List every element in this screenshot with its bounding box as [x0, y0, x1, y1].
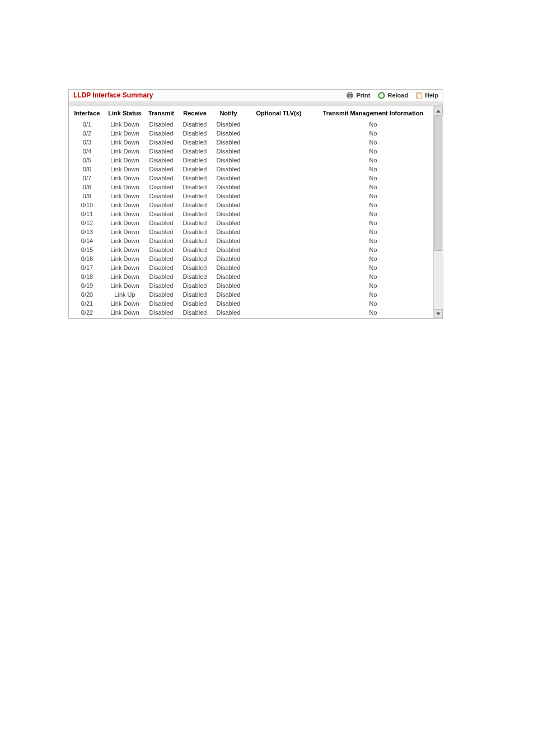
scroll-up-button[interactable] — [434, 106, 443, 115]
cell-link-status: Link Down — [105, 227, 144, 236]
cell-optional-tlv — [245, 308, 312, 317]
cell-interface: 0/19 — [69, 281, 105, 290]
reload-label: Reload — [387, 92, 408, 99]
table-row[interactable]: 0/7Link DownDisabledDisabledDisabledNo — [69, 174, 434, 183]
cell-tx-mgmt: No — [312, 138, 434, 147]
cell-notify: Disabled — [212, 308, 245, 317]
cell-interface: 0/5 — [69, 156, 105, 165]
cell-link-status: Link Down — [105, 156, 144, 165]
cell-transmit: Disabled — [144, 120, 178, 129]
cell-receive: Disabled — [178, 174, 212, 183]
cell-tx-mgmt: No — [312, 147, 434, 156]
table-row[interactable]: 0/20Link UpDisabledDisabledDisabledNo — [69, 290, 434, 299]
table-row[interactable]: 0/8Link DownDisabledDisabledDisabledNo — [69, 183, 434, 192]
cell-transmit: Disabled — [144, 183, 178, 192]
cell-notify: Disabled — [212, 174, 245, 183]
reload-icon — [378, 92, 385, 99]
cell-transmit: Disabled — [144, 263, 178, 272]
cell-interface: 0/10 — [69, 200, 105, 209]
scroll-track[interactable] — [434, 115, 443, 309]
cell-link-status: Link Down — [105, 317, 144, 318]
scroll-down-button[interactable] — [434, 309, 443, 318]
panel-header: LLDP Interface Summary Print Reload Help — [69, 90, 443, 101]
svg-rect-1 — [348, 92, 352, 94]
table-row[interactable]: 0/4Link DownDisabledDisabledDisabledNo — [69, 147, 434, 156]
cell-optional-tlv — [245, 281, 312, 290]
cell-receive: Disabled — [178, 299, 212, 308]
cell-optional-tlv — [245, 174, 312, 183]
table-row[interactable]: 0/1Link DownDisabledDisabledDisabledNo — [69, 120, 434, 129]
cell-interface: 0/23 — [69, 317, 105, 318]
cell-tx-mgmt: No — [312, 290, 434, 299]
cell-receive: Disabled — [178, 120, 212, 129]
cell-optional-tlv — [245, 165, 312, 174]
cell-notify: Disabled — [212, 236, 245, 245]
table-row[interactable]: 0/18Link DownDisabledDisabledDisabledNo — [69, 272, 434, 281]
cell-optional-tlv — [245, 317, 312, 318]
cell-receive: Disabled — [178, 317, 212, 318]
cell-receive: Disabled — [178, 165, 212, 174]
cell-interface: 0/8 — [69, 183, 105, 192]
table-row[interactable]: 0/19Link DownDisabledDisabledDisabledNo — [69, 281, 434, 290]
table-row[interactable]: 0/12Link DownDisabledDisabledDisabledNo — [69, 218, 434, 227]
table-row[interactable]: 0/21Link DownDisabledDisabledDisabledNo — [69, 299, 434, 308]
table-row[interactable]: 0/16Link DownDisabledDisabledDisabledNo — [69, 254, 434, 263]
cell-optional-tlv — [245, 218, 312, 227]
cell-notify: Disabled — [212, 147, 245, 156]
cell-receive: Disabled — [178, 192, 212, 200]
cell-receive: Disabled — [178, 129, 212, 138]
cell-receive: Disabled — [178, 245, 212, 254]
cell-link-status: Link Down — [105, 245, 144, 254]
vertical-scrollbar[interactable] — [433, 106, 443, 318]
table-row[interactable]: 0/6Link DownDisabledDisabledDisabledNo — [69, 165, 434, 174]
cell-interface: 0/2 — [69, 129, 105, 138]
cell-notify: Disabled — [212, 209, 245, 218]
col-tx-mgmt: Transmit Management Information — [312, 106, 434, 120]
table-row[interactable]: 0/22Link DownDisabledDisabledDisabledNo — [69, 308, 434, 317]
table-row[interactable]: 0/3Link DownDisabledDisabledDisabledNo — [69, 138, 434, 147]
cell-optional-tlv — [245, 245, 312, 254]
scroll-thumb[interactable] — [434, 115, 442, 251]
cell-interface: 0/17 — [69, 263, 105, 272]
table-row[interactable]: 0/17Link DownDisabledDisabledDisabledNo — [69, 263, 434, 272]
table-row[interactable]: 0/9Link DownDisabledDisabledDisabledNo — [69, 192, 434, 200]
cell-tx-mgmt: No — [312, 317, 434, 318]
table-row[interactable]: 0/15Link DownDisabledDisabledDisabledNo — [69, 245, 434, 254]
cell-link-status: Link Down — [105, 120, 144, 129]
table-row[interactable]: 0/14Link DownDisabledDisabledDisabledNo — [69, 236, 434, 245]
cell-transmit: Disabled — [144, 165, 178, 174]
help-button[interactable]: Help — [416, 92, 438, 99]
cell-interface: 0/22 — [69, 308, 105, 317]
reload-button[interactable]: Reload — [378, 92, 408, 99]
cell-transmit: Disabled — [144, 299, 178, 308]
print-button[interactable]: Print — [346, 92, 370, 99]
table-row[interactable]: 0/23Link DownDisabledDisabledDisabledNo — [69, 317, 434, 318]
table-row[interactable]: 0/11Link DownDisabledDisabledDisabledNo — [69, 209, 434, 218]
cell-link-status: Link Down — [105, 272, 144, 281]
cell-link-status: Link Down — [105, 281, 144, 290]
table-row[interactable]: 0/5Link DownDisabledDisabledDisabledNo — [69, 156, 434, 165]
cell-receive: Disabled — [178, 227, 212, 236]
cell-notify: Disabled — [212, 129, 245, 138]
cell-link-status: Link Down — [105, 308, 144, 317]
cell-interface: 0/7 — [69, 174, 105, 183]
cell-link-status: Link Down — [105, 209, 144, 218]
cell-tx-mgmt: No — [312, 299, 434, 308]
cell-interface: 0/16 — [69, 254, 105, 263]
help-icon — [416, 92, 423, 99]
cell-transmit: Disabled — [144, 308, 178, 317]
cell-optional-tlv — [245, 227, 312, 236]
cell-transmit: Disabled — [144, 192, 178, 200]
table-row[interactable]: 0/2Link DownDisabledDisabledDisabledNo — [69, 129, 434, 138]
cell-optional-tlv — [245, 254, 312, 263]
cell-notify: Disabled — [212, 120, 245, 129]
cell-receive: Disabled — [178, 263, 212, 272]
cell-transmit: Disabled — [144, 138, 178, 147]
cell-optional-tlv — [245, 263, 312, 272]
cell-link-status: Link Down — [105, 129, 144, 138]
table-row[interactable]: 0/13Link DownDisabledDisabledDisabledNo — [69, 227, 434, 236]
cell-tx-mgmt: No — [312, 272, 434, 281]
table-row[interactable]: 0/10Link DownDisabledDisabledDisabledNo — [69, 200, 434, 209]
cell-receive: Disabled — [178, 138, 212, 147]
cell-transmit: Disabled — [144, 147, 178, 156]
